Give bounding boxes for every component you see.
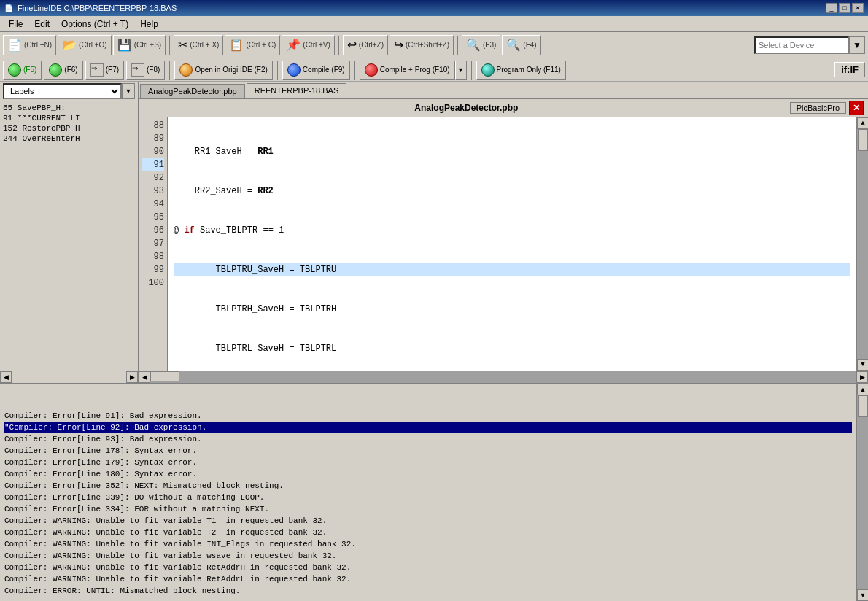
separator1 <box>169 36 170 55</box>
open-origi-button[interactable]: Open in Origi IDE (F2) <box>174 61 272 80</box>
find-next-button[interactable]: 🔍 (F4) <box>502 35 540 55</box>
cut-label: (Ctrl + X) <box>190 41 219 49</box>
f7-icon: ⇒ <box>90 63 104 77</box>
f8-button[interactable]: ⇒ (F8) <box>126 61 165 80</box>
hscroll-right[interactable]: ▶ <box>856 371 868 383</box>
output-line-0: Compiler: Error[Line 91]: Bad expression… <box>4 410 852 422</box>
output-content: Compiler: Error[Line 91]: Bad expression… <box>0 384 856 601</box>
cut-icon: ✂ <box>178 39 187 51</box>
line-numbers: 88 89 90 91 92 93 94 95 96 97 98 99 100 <box>139 117 168 371</box>
compile-prog-label: Compile + Prog (F10) <box>380 66 450 74</box>
find-icon: 🔍 <box>466 39 481 51</box>
compile-prog-button[interactable]: Compile + Prog (F10) <box>360 61 455 80</box>
output-line-5: Compiler: Error[Line 180]: Syntax error. <box>4 468 852 480</box>
paste-label: (Ctrl +V) <box>303 41 330 49</box>
device-select-input[interactable] <box>754 36 849 54</box>
f6-icon <box>49 63 62 77</box>
copy-icon: 📋 <box>229 39 244 51</box>
output-line-7: Compiler: Error[Line 339]: DO without a … <box>4 492 852 503</box>
minimize-button[interactable]: _ <box>826 3 837 13</box>
output-vscroll-down[interactable]: ▼ <box>857 589 868 601</box>
sidebar-item[interactable]: 244 OverReEnterH <box>1 133 136 144</box>
if-label: if:IF <box>834 62 865 77</box>
find-button[interactable]: 🔍 (F3) <box>462 35 500 55</box>
output-panel: Compiler: Error[Line 91]: Bad expression… <box>0 382 868 601</box>
code-view: 88 89 90 91 92 93 94 95 96 97 98 99 100 … <box>139 117 868 371</box>
vscroll-thumb[interactable] <box>858 129 868 151</box>
f6-button[interactable]: (F6) <box>44 61 82 80</box>
menu-file[interactable]: File <box>3 18 28 31</box>
code-line-93: TBLPTRL_SaveH = TBLPTRL <box>174 342 850 355</box>
prog-only-label: Program Only (F11) <box>497 66 561 74</box>
sidebar-hscroll: ◀ ▶ <box>0 371 138 382</box>
output-vscroll-up[interactable]: ▲ <box>857 384 868 395</box>
menu-help[interactable]: Help <box>134 18 164 31</box>
sidebar: Labels ▼ 65 SavePBP_H: 91 ***CURRENT LI … <box>0 82 139 382</box>
device-dropdown-button[interactable]: ▼ <box>849 36 865 54</box>
prog-only-button[interactable]: Program Only (F11) <box>476 61 566 80</box>
save-button[interactable]: 💾 (Ctrl +S) <box>113 35 166 55</box>
f7-button[interactable]: ⇒ (F7) <box>85 61 124 80</box>
output-line-8: Compiler: Error[Line 334]: FOR without a… <box>4 503 852 515</box>
output-line-2: Compiler: Error[Line 93]: Bad expression… <box>4 433 852 445</box>
maximize-button[interactable]: □ <box>839 3 850 13</box>
output-vscroll-thumb[interactable] <box>858 395 868 417</box>
tab-reenter[interactable]: REENTERPBP-18.BAS <box>247 83 347 98</box>
sidebar-hscroll-left[interactable]: ◀ <box>0 371 12 383</box>
f5-label: (F5) <box>23 66 36 74</box>
app-title: FineLineIDE C:\PBP\REENTERPBP-18.BAS <box>18 4 826 12</box>
sidebar-item[interactable]: 91 ***CURRENT LI <box>1 113 136 123</box>
menu-options[interactable]: Options (Ctrl + T) <box>55 18 134 31</box>
undo-button[interactable]: ↩ (Ctrl+Z) <box>343 35 388 55</box>
sidebar-hscroll-right[interactable]: ▶ <box>126 371 138 383</box>
vscroll-down[interactable]: ▼ <box>857 359 868 371</box>
output-line-6: Compiler: Error[Line 352]: NEXT: Mismatc… <box>4 480 852 492</box>
separator3 <box>457 36 458 55</box>
compile-prog-dropdown[interactable]: ▼ <box>455 61 467 80</box>
sidebar-dropdown[interactable]: Labels <box>3 83 122 99</box>
paste-button[interactable]: 📌 (Ctrl +V) <box>282 35 335 55</box>
editor-hscroll: ◀ ▶ <box>139 371 868 382</box>
origi-icon <box>179 63 193 77</box>
f5-icon <box>8 63 21 77</box>
copy-button[interactable]: 📋 (Ctrl + C) <box>225 35 280 55</box>
code-content[interactable]: RR1_SaveH = RR1 RR2_SaveH = RR2 @ if Sav… <box>168 117 856 371</box>
close-button[interactable]: ✕ <box>852 3 864 13</box>
code-line-91: TBLPTRU_SaveH = TBLPTRU <box>174 263 850 276</box>
cut-button[interactable]: ✂ (Ctrl + X) <box>174 35 223 55</box>
separator7 <box>471 61 472 80</box>
output-line-10: Compiler: WARNING: Unable to fit variabl… <box>4 527 852 538</box>
sidebar-hscroll-track[interactable] <box>12 371 126 383</box>
main-area: Labels ▼ 65 SavePBP_H: 91 ***CURRENT LI … <box>0 82 868 382</box>
sidebar-item[interactable]: 152 RestorePBP_H <box>1 123 136 133</box>
new-label: (Ctrl +N) <box>24 41 52 49</box>
open-button[interactable]: 📂 (Ctrl +O) <box>58 35 112 55</box>
output-line-12: Compiler: WARNING: Unable to fit variabl… <box>4 550 852 562</box>
vscroll-up[interactable]: ▲ <box>857 117 868 129</box>
hscroll-thumb[interactable] <box>150 371 179 381</box>
output-vscroll-track <box>857 395 868 589</box>
compile-button[interactable]: Compile (F9) <box>282 61 350 80</box>
hscroll-left[interactable]: ◀ <box>139 371 150 383</box>
tab-analog[interactable]: AnalogPeakDetector.pbp <box>140 84 245 98</box>
code-line-89: RR2_SaveH = RR2 <box>174 185 850 198</box>
separator6 <box>354 61 355 80</box>
f5-button[interactable]: (F5) <box>3 61 42 80</box>
editor-close-button[interactable]: ✕ <box>849 101 864 115</box>
editor-vscroll: ▲ ▼ <box>856 117 868 371</box>
new-button[interactable]: 📄 (Ctrl +N) <box>3 35 56 55</box>
menu-edit[interactable]: Edit <box>28 18 55 31</box>
language-button[interactable]: PicBasicPro <box>790 102 846 114</box>
find-next-icon: 🔍 <box>506 39 521 51</box>
editor-filename: AnalogPeakDetector.pbp <box>143 103 790 113</box>
new-icon: 📄 <box>7 39 22 51</box>
sidebar-item[interactable]: 65 SavePBP_H: <box>1 103 136 113</box>
sidebar-dropdown-arrow[interactable]: ▼ <box>122 83 135 99</box>
separator4 <box>169 61 170 80</box>
redo-button[interactable]: ↪ (Ctrl+Shift+Z) <box>390 35 454 55</box>
code-line-88: RR1_SaveH = RR1 <box>174 145 850 158</box>
app-icon: 📄 <box>4 4 13 12</box>
toolbar1: 📄 (Ctrl +N) 📂 (Ctrl +O) 💾 (Ctrl +S) ✂ (C… <box>0 32 868 58</box>
compile-label: Compile (F9) <box>303 66 345 74</box>
toolbar2: (F5) (F6) ⇒ (F7) ⇒ (F8) Open in Origi ID… <box>0 58 868 82</box>
